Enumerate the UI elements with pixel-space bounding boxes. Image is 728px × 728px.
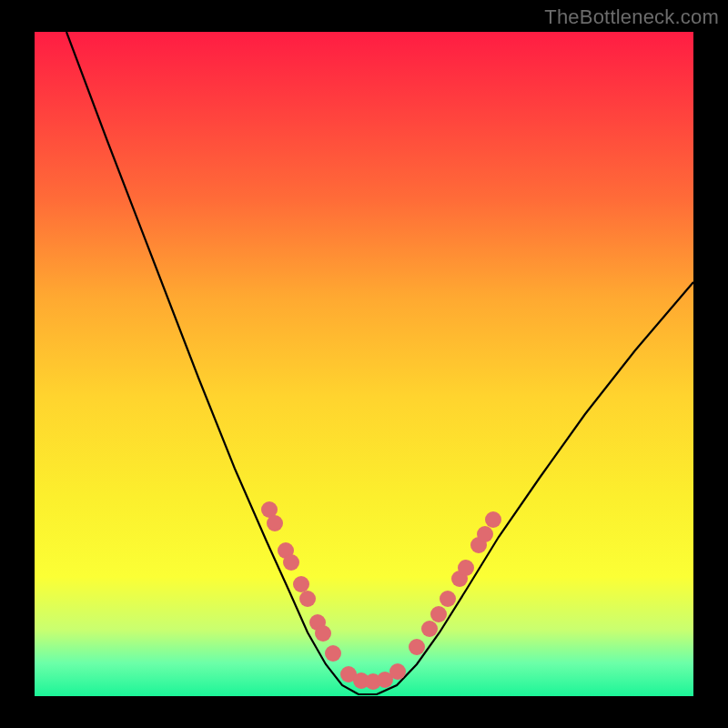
bottleneck-curve <box>66 32 693 694</box>
marker-dot <box>440 591 456 607</box>
marker-dot <box>409 639 425 655</box>
marker-dot <box>421 621 438 637</box>
watermark-text: TheBottleneck.com <box>544 5 719 29</box>
outer-frame: TheBottleneck.com <box>0 0 728 728</box>
plot-area <box>35 32 693 696</box>
marker-dot <box>477 526 493 542</box>
marker-dot <box>389 663 406 680</box>
marker-dot <box>315 625 331 642</box>
marker-dot <box>458 560 474 576</box>
marker-dot <box>293 576 309 592</box>
marker-dot <box>299 591 316 607</box>
chart-svg <box>35 32 693 696</box>
marker-dot <box>267 515 283 531</box>
marker-dots <box>261 501 501 690</box>
marker-dot <box>283 554 299 571</box>
marker-dot <box>325 645 341 662</box>
marker-dot <box>485 511 501 528</box>
marker-dot <box>430 606 447 622</box>
